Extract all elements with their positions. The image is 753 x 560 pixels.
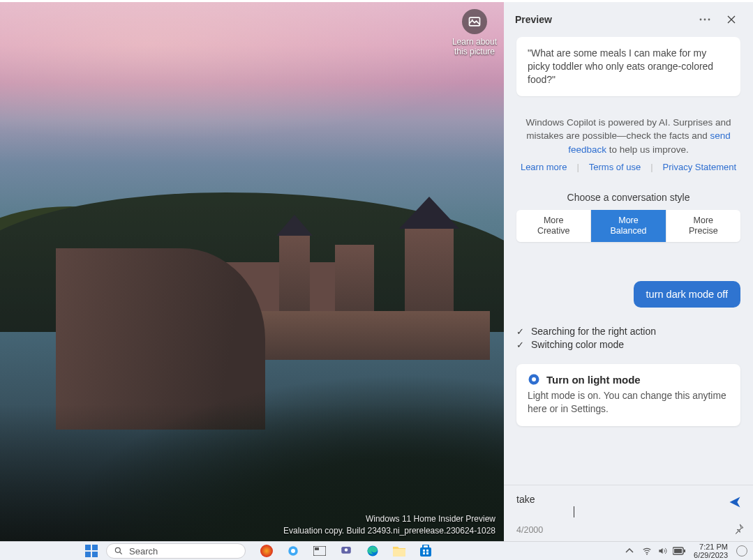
edge-icon[interactable] — [366, 544, 380, 558]
privacy-statement-link[interactable]: Privacy Statement — [663, 162, 737, 172]
svg-point-13 — [291, 549, 295, 553]
close-icon — [727, 15, 736, 24]
action-card-title: Turn on light mode — [546, 374, 641, 386]
search-icon — [114, 546, 124, 556]
tray-chevron-icon[interactable] — [625, 547, 634, 555]
style-more-precise[interactable]: More Precise — [666, 210, 740, 242]
svg-point-11 — [115, 547, 120, 552]
wifi-icon — [642, 546, 652, 556]
svg-rect-21 — [423, 550, 425, 552]
clock[interactable]: 7:21 PM 6/29/2023 — [694, 543, 728, 559]
copilot-panel: Preview "What are some meals I can make … — [504, 2, 753, 541]
task-view-icon[interactable] — [313, 544, 327, 558]
svg-point-25 — [646, 554, 648, 555]
file-explorer-icon[interactable] — [392, 544, 406, 558]
foreground-foliage — [0, 346, 504, 541]
copilot-conversation[interactable]: "What are some meals I can make for my p… — [504, 37, 753, 485]
ellipsis-icon — [699, 18, 710, 21]
svg-rect-23 — [423, 552, 425, 554]
svg-rect-20 — [420, 547, 431, 557]
footer-links: Learn more | Terms of use | Privacy Stat… — [516, 162, 740, 172]
svg-rect-28 — [684, 550, 685, 552]
svg-rect-8 — [92, 545, 98, 550]
message-input[interactable] — [516, 491, 745, 519]
spotlight-learn-button[interactable]: Learn about this picture — [452, 9, 497, 57]
spotlight-label-line1: Learn about — [452, 37, 497, 47]
pin-icon — [733, 523, 745, 534]
svg-rect-9 — [85, 552, 91, 557]
spotlight-image-icon — [462, 9, 487, 34]
progress-searching: Searching for the right action — [531, 326, 656, 337]
svg-rect-15 — [315, 547, 319, 550]
progress-steps: ✓ Searching for the right action ✓ Switc… — [516, 326, 740, 350]
text-caret — [574, 506, 574, 517]
start-button[interactable] — [82, 544, 100, 558]
send-icon — [728, 495, 742, 509]
spotlight-label-line2: this picture — [452, 47, 497, 56]
settings-icon — [528, 373, 540, 386]
watermark-line1: Windows 11 Home Insider Preview — [283, 513, 495, 525]
terms-of-use-link[interactable]: Terms of use — [589, 162, 641, 172]
ai-disclaimer: Windows Copilot is powered by AI. Surpri… — [522, 116, 735, 157]
suggestion-card[interactable]: "What are some meals I can make for my p… — [516, 37, 740, 96]
svg-point-2 — [700, 19, 702, 21]
char-counter: 4/2000 — [516, 525, 543, 535]
pin-button[interactable] — [733, 523, 745, 537]
svg-point-6 — [532, 377, 536, 381]
conversation-style-chooser: More Creative More Balanced More Precise — [516, 210, 740, 242]
more-options-button[interactable] — [694, 9, 715, 30]
volume-icon — [657, 546, 667, 556]
svg-point-4 — [708, 19, 710, 21]
checkmark-icon: ✓ — [516, 340, 524, 350]
copilot-title: Preview — [515, 14, 552, 25]
svg-rect-19 — [393, 549, 405, 557]
style-chooser-label: Choose a conversation style — [516, 192, 740, 203]
action-card-body: Light mode is on. You can change this an… — [528, 390, 729, 416]
progress-switching: Switching color mode — [531, 339, 624, 350]
taskbar: Search 7:21 PM 6/29/2023 — [0, 541, 753, 560]
svg-rect-27 — [674, 549, 682, 553]
svg-rect-22 — [426, 550, 428, 552]
copilot-header: Preview — [504, 2, 753, 37]
learn-more-link[interactable]: Learn more — [521, 162, 567, 172]
checkmark-icon: ✓ — [516, 326, 524, 337]
clock-time: 7:21 PM — [694, 543, 728, 551]
search-placeholder: Search — [129, 546, 158, 557]
castle-silhouette — [56, 234, 490, 360]
chat-icon[interactable] — [339, 544, 353, 558]
system-tray[interactable] — [642, 546, 685, 556]
svg-point-1 — [472, 20, 473, 21]
user-message: turn dark mode off — [516, 281, 740, 308]
svg-rect-24 — [426, 552, 428, 554]
svg-point-17 — [345, 548, 348, 552]
sky-gradient — [0, 2, 504, 142]
send-button[interactable] — [728, 495, 742, 512]
light-mode-card[interactable]: Turn on light mode Light mode is on. You… — [516, 364, 740, 425]
watermark-line2: Evaluation copy. Build 23493.ni_prerelea… — [283, 525, 495, 537]
svg-point-3 — [704, 19, 706, 21]
windows-logo-icon — [85, 545, 98, 557]
style-more-creative[interactable]: More Creative — [516, 210, 590, 242]
notification-badge[interactable] — [736, 545, 747, 557]
svg-rect-7 — [85, 545, 91, 550]
desktop-wallpaper: Learn about this picture Windows 11 Home… — [0, 2, 504, 541]
app-icon-1[interactable] — [260, 544, 274, 558]
style-more-balanced[interactable]: More Balanced — [590, 210, 665, 242]
windows-watermark: Windows 11 Home Insider Preview Evaluati… — [283, 513, 495, 537]
battery-icon — [673, 547, 685, 555]
suggestion-text: "What are some meals I can make for my p… — [528, 47, 713, 85]
store-icon[interactable] — [419, 544, 433, 558]
copilot-taskbar-icon[interactable] — [286, 544, 300, 558]
composer: 4/2000 — [504, 485, 753, 541]
clock-date: 6/29/2023 — [694, 551, 728, 559]
svg-rect-10 — [92, 552, 98, 557]
taskbar-search[interactable]: Search — [106, 543, 246, 559]
user-bubble-text: turn dark mode off — [634, 281, 740, 308]
close-button[interactable] — [721, 9, 742, 30]
